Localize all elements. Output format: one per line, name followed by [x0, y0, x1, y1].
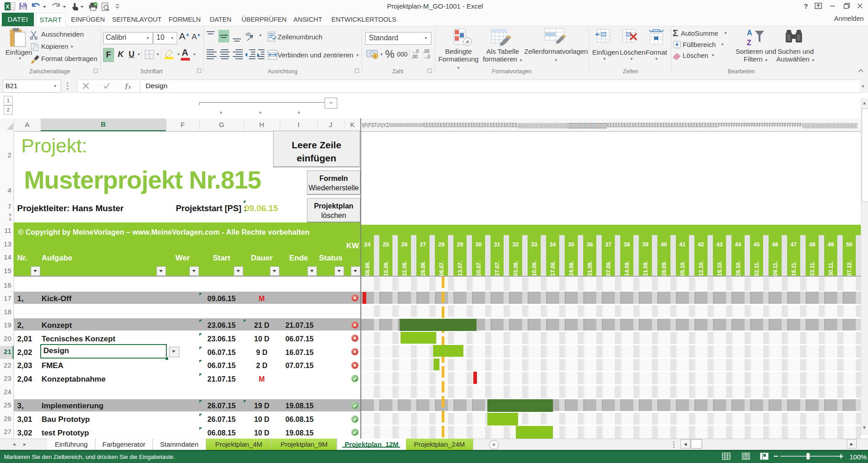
svg-text:f: f	[125, 82, 128, 90]
svg-text:A: A	[747, 29, 752, 37]
svg-text:$: $	[374, 54, 377, 58]
svg-text:Z: Z	[747, 39, 751, 47]
svg-text:ab: ab	[245, 31, 251, 37]
svg-text:≠: ≠	[466, 38, 469, 45]
svg-text:x: x	[128, 84, 131, 90]
svg-text:,0: ,0	[426, 54, 430, 59]
svg-text:,00: ,00	[423, 49, 429, 54]
svg-text:,0: ,0	[415, 49, 419, 54]
svg-text:,00: ,00	[411, 54, 418, 59]
svg-text:?: ?	[804, 2, 808, 10]
svg-text:I(F(FSTU\\)YZ/////////////////: I(F(FSTU\\)YZ///////////////////////////…	[362, 122, 858, 128]
svg-text:X: X	[5, 4, 9, 10]
